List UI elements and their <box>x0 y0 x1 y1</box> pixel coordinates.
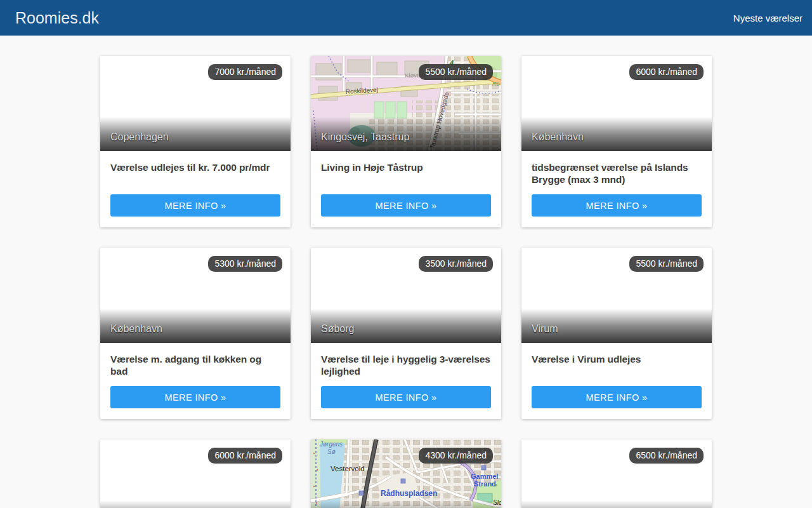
location-label: København <box>110 323 162 335</box>
price-badge: 5500 kr./måned <box>629 256 704 272</box>
listing-card: 6000 kr./måned København tidsbegrænset v… <box>521 56 712 227</box>
listing-body: Værelse i Virum udlejes MERE INFO » <box>521 343 712 418</box>
price-badge: 6500 kr./måned <box>629 448 704 464</box>
listing-card: Jørgens Sø Vestervold Rådhuspladsen Gamm… <box>311 439 501 508</box>
listing-image: 3500 kr./måned Søborg <box>311 248 501 343</box>
listing-body: Værelse til leje i hyggelig 3-værelses l… <box>311 343 501 418</box>
location-label: Kingosvej, Taastrup <box>321 131 409 143</box>
listings-grid: 7000 kr./måned Copenhagen Værelse udleje… <box>100 56 712 508</box>
price-badge: 6000 kr./måned <box>208 448 282 464</box>
more-info-button[interactable]: MERE INFO » <box>532 194 702 217</box>
location-label: Søborg <box>321 323 354 335</box>
listing-card: 5300 kr./måned København Værelse m. adga… <box>100 248 291 419</box>
listing-image: 6000 kr./måned <box>100 439 291 508</box>
listing-card: 7000 kr./måned Copenhagen Værelse udleje… <box>100 56 291 227</box>
image-gradient-overlay <box>521 500 712 508</box>
map-place-label: Rådhuspladsen <box>381 489 437 498</box>
more-info-button[interactable]: MERE INFO » <box>110 386 280 408</box>
brand-logo[interactable]: Roomies.dk <box>15 10 99 26</box>
price-badge: 6000 kr./måned <box>629 64 704 80</box>
price-badge: 7000 kr./måned <box>208 64 282 80</box>
listing-title: Værelse m. adgang til køkken og bad <box>110 353 280 386</box>
location-label: Copenhagen <box>110 131 169 143</box>
location-label: København <box>532 131 584 143</box>
map-place-label: Vestervold <box>331 465 365 472</box>
listing-title: Værelse i Virum udlejes <box>532 353 702 386</box>
listing-card: 6500 kr./måned MERE INFO » <box>521 439 712 508</box>
listing-card: 3500 kr./måned Søborg Værelse til leje i… <box>311 248 501 419</box>
map-place-label: Strand <box>474 480 496 488</box>
nav-link-newest-rooms[interactable]: Nyeste værelser <box>733 13 802 23</box>
location-label: Virum <box>532 323 558 335</box>
listing-card: 5500 kr./måned Virum Værelse i Virum udl… <box>521 248 712 419</box>
price-badge: 5300 kr./måned <box>208 256 282 272</box>
map-road-label: Ro <box>492 81 500 87</box>
listing-body: Living in Høje Tåstrup MERE INFO » <box>311 151 501 227</box>
content: 7000 kr./måned Copenhagen Værelse udleje… <box>100 36 712 508</box>
map-water-label: Jørgens <box>319 441 343 448</box>
listing-body: Værelse udlejes til kr. 7.000 pr/mdr MER… <box>100 151 291 227</box>
more-info-button[interactable]: MERE INFO » <box>110 194 280 217</box>
listing-image: 5500 kr./måned Virum <box>521 248 712 343</box>
price-badge: 5500 kr./måned <box>419 64 493 80</box>
listing-image: Kløvtofte Roskildevej Taastrup Hovedgade… <box>311 56 501 151</box>
more-info-button[interactable]: MERE INFO » <box>321 194 491 217</box>
listing-card: 6000 kr./måned MERE INFO » <box>100 439 291 508</box>
price-badge: 4300 kr./måned <box>419 448 493 464</box>
listing-image: 5300 kr./måned København <box>100 248 291 343</box>
image-gradient-overlay <box>311 500 501 508</box>
listing-title: Værelse til leje i hyggelig 3-værelses l… <box>321 353 491 386</box>
listing-title: Living in Høje Tåstrup <box>321 161 491 194</box>
listing-title: Værelse udlejes til kr. 7.000 pr/mdr <box>110 161 280 194</box>
map-water-label: Sø <box>327 448 336 455</box>
listing-body: Værelse m. adgang til køkken og bad MERE… <box>100 343 291 418</box>
header: Roomies.dk Nyeste værelser <box>0 0 812 36</box>
listing-title: tidsbegrænset værelse på Islands Brygge … <box>532 161 702 194</box>
listing-image: 6000 kr./måned København <box>521 56 712 151</box>
price-badge: 3500 kr./måned <box>419 256 493 272</box>
listing-card: Kløvtofte Roskildevej Taastrup Hovedgade… <box>311 56 501 227</box>
image-gradient-overlay <box>100 500 291 508</box>
map-place-label: Gammel <box>471 472 498 480</box>
listing-image: Jørgens Sø Vestervold Rådhuspladsen Gamm… <box>311 439 501 508</box>
more-info-button[interactable]: MERE INFO » <box>532 386 702 408</box>
listing-image: 7000 kr./måned Copenhagen <box>100 56 291 151</box>
listing-body: tidsbegrænset værelse på Islands Brygge … <box>521 151 712 227</box>
listing-image: 6500 kr./måned <box>521 439 712 508</box>
more-info-button[interactable]: MERE INFO » <box>321 386 491 408</box>
